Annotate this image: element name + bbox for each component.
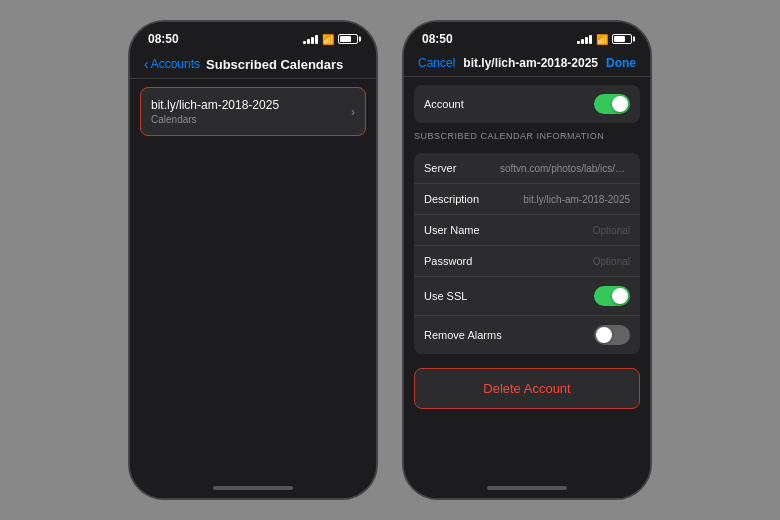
ssl-row: Use SSL	[414, 277, 640, 316]
username-label: User Name	[424, 224, 480, 236]
username-value: Optional	[593, 225, 630, 236]
status-icons-2: 📶	[577, 34, 632, 45]
status-bar-1: 08:50 📶	[130, 22, 376, 50]
description-value: bit.ly/lich-am-2018-2025	[523, 194, 630, 205]
account-row: Account	[414, 85, 640, 123]
ssl-label: Use SSL	[424, 290, 467, 302]
home-bar-1	[213, 486, 293, 490]
description-row: Description bit.ly/lich-am-2018-2025	[414, 184, 640, 215]
account-label: Account	[424, 98, 464, 110]
remove-alarms-label: Remove Alarms	[424, 329, 502, 341]
calendar-info-section: Server softvn.com/photos/lab/ics/vCalend…	[404, 153, 650, 354]
password-value: Optional	[593, 256, 630, 267]
ssl-toggle[interactable]	[594, 286, 630, 306]
back-button[interactable]: ‹ Accounts	[144, 56, 200, 72]
status-icons-1: 📶	[303, 34, 358, 45]
screen-1: ‹ Accounts Subscribed Calendars bit.ly/l…	[130, 50, 376, 498]
password-label: Password	[424, 255, 472, 267]
chevron-right-icon: ›	[351, 105, 355, 119]
home-bar-2	[487, 486, 567, 490]
status-bar-2: 08:50 📶	[404, 22, 650, 50]
calendar-list-item[interactable]: bit.ly/lich-am-2018-2025 Calendars ›	[140, 87, 366, 136]
signal-icon-1	[303, 35, 318, 44]
app-container: 08:50 📶 ‹ Accounts	[0, 0, 780, 520]
screen-2: Cancel bit.ly/lich-am-2018-2025 Done Acc…	[404, 50, 650, 498]
battery-icon-2	[612, 34, 632, 44]
home-indicator-2	[404, 478, 650, 498]
description-label: Description	[424, 193, 479, 205]
delete-account-button[interactable]: Delete Account	[414, 368, 640, 409]
account-toggle[interactable]	[594, 94, 630, 114]
phone-1: 08:50 📶 ‹ Accounts	[128, 20, 378, 500]
home-indicator-1	[130, 478, 376, 498]
back-label: Accounts	[151, 57, 200, 71]
navbar-2: Cancel bit.ly/lich-am-2018-2025 Done	[404, 50, 650, 77]
list-item-content: bit.ly/lich-am-2018-2025 Calendars	[151, 98, 279, 125]
signal-icon-2	[577, 35, 592, 44]
wifi-icon-2: 📶	[596, 34, 608, 45]
navbar-1: ‹ Accounts Subscribed Calendars	[130, 50, 376, 79]
battery-icon-1	[338, 34, 358, 44]
done-button[interactable]: Done	[606, 56, 636, 70]
remove-alarms-row: Remove Alarms	[414, 316, 640, 354]
phone-2: 08:50 📶 Cancel bit.ly/lich-am-2018-2025	[402, 20, 652, 500]
username-row[interactable]: User Name Optional	[414, 215, 640, 246]
password-row[interactable]: Password Optional	[414, 246, 640, 277]
status-time-2: 08:50	[422, 32, 453, 46]
calendar-list: bit.ly/lich-am-2018-2025 Calendars ›	[130, 87, 376, 136]
screen2-title: bit.ly/lich-am-2018-2025	[463, 56, 598, 70]
status-time-1: 08:50	[148, 32, 179, 46]
list-item-subtitle: Calendars	[151, 114, 279, 125]
server-label: Server	[424, 162, 456, 174]
list-item-title: bit.ly/lich-am-2018-2025	[151, 98, 279, 112]
screen1-title: Subscribed Calendars	[206, 57, 343, 72]
server-value: softvn.com/photos/lab/ics/vCalender_201.…	[500, 163, 630, 174]
account-section: Account	[404, 85, 650, 123]
chevron-left-icon: ‹	[144, 56, 149, 72]
subscribed-section-header: SUBSCRIBED CALENDAR INFORMATION	[404, 123, 650, 145]
remove-alarms-toggle[interactable]	[594, 325, 630, 345]
wifi-icon-1: 📶	[322, 34, 334, 45]
delete-section: Delete Account	[404, 358, 650, 419]
server-row: Server softvn.com/photos/lab/ics/vCalend…	[414, 153, 640, 184]
cancel-button[interactable]: Cancel	[418, 56, 455, 70]
